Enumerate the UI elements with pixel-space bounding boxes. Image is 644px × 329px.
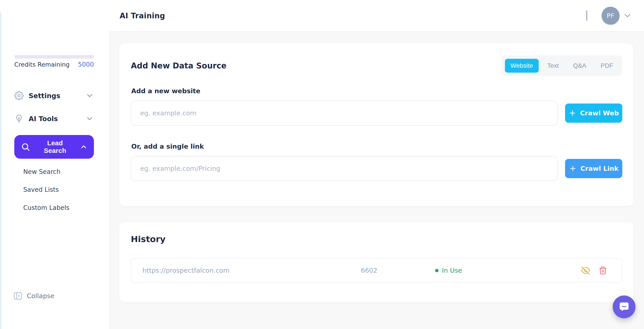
- single-link-input[interactable]: [131, 156, 558, 181]
- history-row: https://prospectfalcon.com 6602 In Use: [131, 258, 622, 283]
- search-icon: [20, 142, 30, 152]
- sidebar-item-ai-tools[interactable]: AI Tools: [14, 112, 94, 125]
- sidebar-item-custom-labels[interactable]: Custom Labels: [23, 202, 90, 213]
- crawl-link-button[interactable]: Crawl Link: [565, 159, 622, 178]
- tab-website[interactable]: Website: [505, 59, 539, 73]
- history-card: History https://prospectfalcon.com 6602 …: [119, 222, 634, 302]
- new-search-label: New Search: [23, 168, 60, 175]
- sidebar-item-new-search[interactable]: New Search: [23, 166, 90, 177]
- main-area: AI Training PF Add New Data Source Websi…: [109, 0, 644, 329]
- collapse-label: Collapse: [27, 292, 54, 300]
- source-type-tabs: Website Text Q&A PDF: [501, 55, 622, 76]
- status-badge: In Use: [435, 267, 581, 274]
- tab-qa[interactable]: Q&A: [568, 59, 592, 73]
- crawl-link-label: Crawl Link: [580, 165, 618, 172]
- page-title: AI Training: [120, 11, 165, 20]
- left-edge-accent: [0, 12, 1, 329]
- sidebar-item-saved-lists[interactable]: Saved Lists: [23, 184, 90, 195]
- chat-bubble-icon: [618, 301, 630, 313]
- history-row-actions: [581, 266, 607, 275]
- delete-source-button[interactable]: [598, 266, 607, 275]
- credits-summary: Credits Remaining 5000: [14, 61, 94, 68]
- status-dot: [435, 269, 438, 272]
- website-field-label: Add a new website: [131, 87, 622, 95]
- crawl-web-label: Crawl Web: [580, 109, 619, 117]
- collapse-sidebar-button[interactable]: Collapse: [13, 291, 54, 301]
- sidebar-item-settings[interactable]: Settings: [14, 89, 94, 102]
- account-controls: PF: [586, 7, 632, 25]
- avatar[interactable]: PF: [602, 7, 620, 25]
- chevron-down-icon[interactable]: [623, 11, 632, 20]
- lightbulb-icon: [14, 114, 24, 123]
- trash-icon: [598, 266, 607, 275]
- header-divider: [586, 10, 587, 21]
- top-bar: AI Training PF: [109, 0, 644, 32]
- plus-icon: [568, 109, 576, 117]
- website-url-input[interactable]: [131, 101, 558, 126]
- page-content: Add New Data Source Website Text Q&A PDF…: [109, 32, 644, 302]
- history-page-count: 6602: [361, 267, 435, 274]
- chevron-down-icon: [86, 114, 94, 123]
- tab-pdf[interactable]: PDF: [595, 59, 619, 73]
- chevron-down-icon: [86, 91, 94, 100]
- chat-launcher-button[interactable]: [613, 296, 636, 318]
- settings-label: Settings: [28, 92, 60, 100]
- custom-labels-label: Custom Labels: [23, 204, 69, 211]
- credits-progress-bar: [14, 55, 94, 58]
- saved-lists-label: Saved Lists: [23, 186, 59, 193]
- history-url: https://prospectfalcon.com: [142, 267, 361, 274]
- add-data-source-card: Add New Data Source Website Text Q&A PDF…: [119, 43, 634, 206]
- tab-text[interactable]: Text: [542, 59, 564, 73]
- lead-search-label: Lead Search: [35, 139, 75, 154]
- link-field-label: Or, add a single link: [131, 143, 622, 150]
- card-title: Add New Data Source: [131, 61, 226, 70]
- credits-value: 5000: [78, 61, 94, 68]
- sidebar: Credits Remaining 5000 Settings AI Tools: [0, 0, 109, 329]
- crawl-web-button[interactable]: Crawl Web: [565, 103, 622, 123]
- plus-icon: [569, 164, 577, 173]
- chevron-up-icon: [80, 143, 88, 151]
- eye-off-icon: [581, 266, 590, 275]
- history-title: History: [131, 234, 622, 244]
- status-label: In Use: [442, 267, 462, 274]
- ai-tools-label: AI Tools: [28, 115, 58, 123]
- credits-label: Credits Remaining: [14, 61, 70, 68]
- panel-collapse-icon: [13, 291, 23, 301]
- gear-icon: [14, 91, 24, 100]
- sidebar-item-lead-search[interactable]: Lead Search: [14, 135, 94, 159]
- toggle-visibility-button[interactable]: [581, 266, 590, 275]
